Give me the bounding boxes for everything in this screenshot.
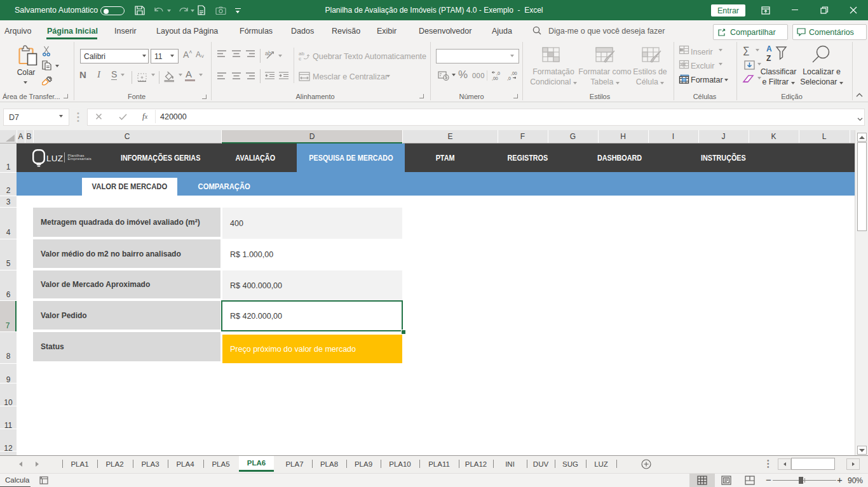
svg-text:ab: ab: [265, 50, 271, 57]
svg-text:,0: ,0: [496, 71, 500, 76]
svg-text:c: c: [299, 56, 301, 61]
svg-text:,00: ,00: [511, 71, 517, 76]
svg-text:,00: ,00: [492, 76, 498, 81]
svg-text:,0: ,0: [507, 76, 511, 81]
